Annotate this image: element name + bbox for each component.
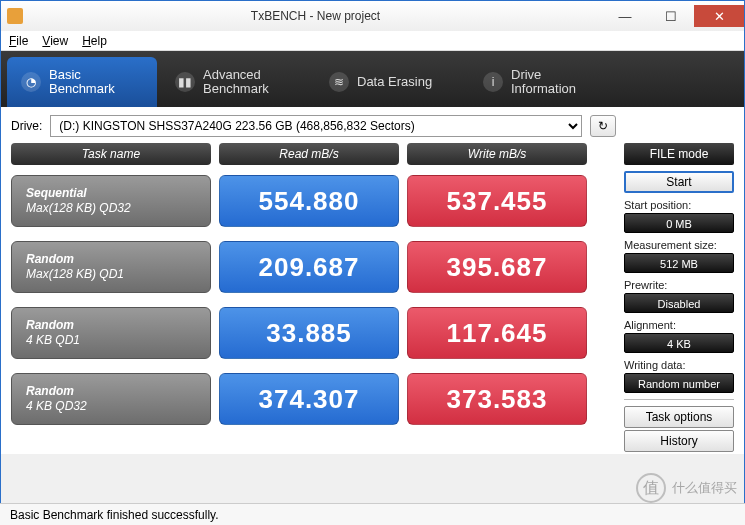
tab-advanced-benchmark[interactable]: ▮▮ Advanced Benchmark (161, 57, 311, 107)
tab-label: Basic Benchmark (49, 68, 115, 97)
menu-help[interactable]: Help (82, 34, 107, 48)
maximize-button[interactable]: ☐ (648, 5, 694, 27)
result-row: Random Max(128 KB) QD1 209.687 395.687 (11, 241, 614, 293)
minimize-button[interactable]: — (602, 5, 648, 27)
menu-file[interactable]: File (9, 34, 28, 48)
tab-label: Drive Information (511, 68, 576, 97)
col-write: Write mB/s (407, 143, 587, 165)
tabs: ◔ Basic Benchmark ▮▮ Advanced Benchmark … (1, 51, 744, 107)
gauge-icon: ◔ (21, 72, 41, 92)
writing-data-label: Writing data: (624, 359, 734, 371)
measurement-size-value[interactable]: 512 MB (624, 253, 734, 273)
drive-label: Drive: (11, 119, 42, 133)
side-panel: FILE mode Start Start position: 0 MB Mea… (624, 143, 734, 452)
read-value: 33.885 (219, 307, 399, 359)
start-position-label: Start position: (624, 199, 734, 211)
measurement-size-label: Measurement size: (624, 239, 734, 251)
prewrite-label: Prewrite: (624, 279, 734, 291)
watermark-text: 什么值得买 (672, 479, 737, 497)
close-button[interactable]: ✕ (694, 5, 744, 27)
prewrite-value[interactable]: Disabled (624, 293, 734, 313)
tab-drive-information[interactable]: i Drive Information (469, 57, 619, 107)
tab-basic-benchmark[interactable]: ◔ Basic Benchmark (7, 57, 157, 107)
alignment-value[interactable]: 4 KB (624, 333, 734, 353)
results-panel: Task name Read mB/s Write mB/s Sequentia… (11, 143, 614, 452)
col-read: Read mB/s (219, 143, 399, 165)
erase-icon: ≋ (329, 72, 349, 92)
task-name: Random 4 KB QD32 (11, 373, 211, 425)
menu-view[interactable]: View (42, 34, 68, 48)
result-row: Random 4 KB QD32 374.307 373.583 (11, 373, 614, 425)
read-value: 374.307 (219, 373, 399, 425)
write-value: 373.583 (407, 373, 587, 425)
col-task: Task name (11, 143, 211, 165)
info-icon: i (483, 72, 503, 92)
watermark-icon: 值 (636, 473, 666, 503)
status-bar: Basic Benchmark finished successfully. (0, 503, 745, 525)
task-name: Sequential Max(128 KB) QD32 (11, 175, 211, 227)
titlebar: TxBENCH - New project — ☐ ✕ (1, 1, 744, 31)
read-value: 209.687 (219, 241, 399, 293)
menubar: File View Help (1, 31, 744, 51)
write-value: 537.455 (407, 175, 587, 227)
task-name: Random Max(128 KB) QD1 (11, 241, 211, 293)
writing-data-value[interactable]: Random number (624, 373, 734, 393)
window-title: TxBENCH - New project (29, 9, 602, 23)
tab-label: Data Erasing (357, 75, 432, 89)
start-button[interactable]: Start (624, 171, 734, 193)
result-row: Sequential Max(128 KB) QD32 554.880 537.… (11, 175, 614, 227)
refresh-button[interactable]: ↻ (590, 115, 616, 137)
write-value: 395.687 (407, 241, 587, 293)
file-mode-button[interactable]: FILE mode (624, 143, 734, 165)
history-button[interactable]: History (624, 430, 734, 452)
alignment-label: Alignment: (624, 319, 734, 331)
read-value: 554.880 (219, 175, 399, 227)
task-name: Random 4 KB QD1 (11, 307, 211, 359)
bars-icon: ▮▮ (175, 72, 195, 92)
app-icon (7, 8, 23, 24)
tab-label: Advanced Benchmark (203, 68, 269, 97)
watermark: 值 什么值得买 (636, 473, 737, 503)
drive-select[interactable]: (D:) KINGSTON SHSS37A240G 223.56 GB (468… (50, 115, 582, 137)
write-value: 117.645 (407, 307, 587, 359)
task-options-button[interactable]: Task options (624, 406, 734, 428)
start-position-value[interactable]: 0 MB (624, 213, 734, 233)
result-row: Random 4 KB QD1 33.885 117.645 (11, 307, 614, 359)
tab-data-erasing[interactable]: ≋ Data Erasing (315, 57, 465, 107)
refresh-icon: ↻ (598, 119, 608, 133)
divider (624, 399, 734, 400)
